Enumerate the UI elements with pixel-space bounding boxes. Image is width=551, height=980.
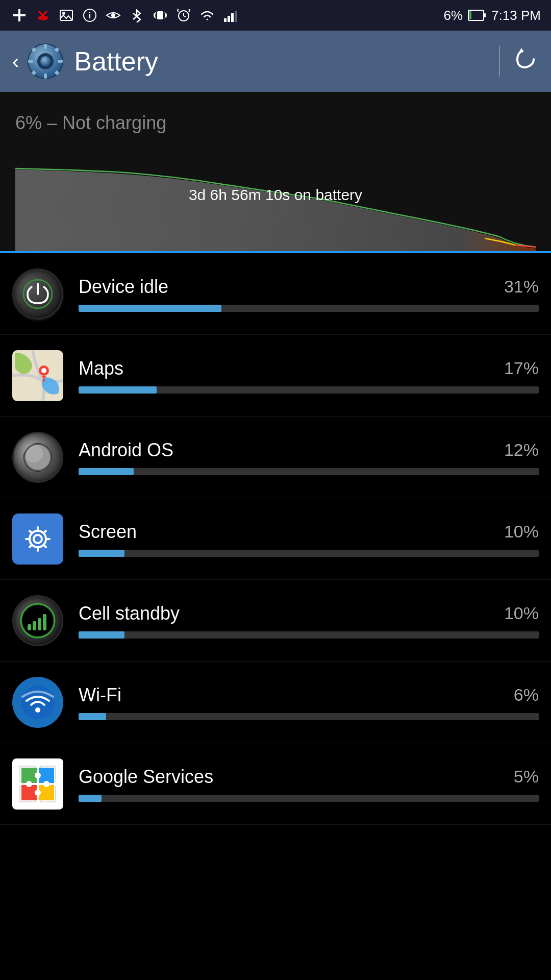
wifi-info: Wi-Fi 6% (79, 684, 539, 720)
maps-header: Maps 17% (79, 358, 539, 379)
list-item[interactable]: Screen 10% (0, 498, 551, 580)
cell-standby-icon (12, 595, 63, 646)
list-item[interactable]: Google Services 5% (0, 743, 551, 825)
wifi-percent: 6% (514, 685, 539, 705)
svg-rect-14 (469, 11, 471, 19)
android-os-icon (12, 432, 63, 483)
list-item[interactable]: Android OS 12% (0, 416, 551, 498)
svg-rect-51 (33, 621, 36, 630)
maps-progress-fill (79, 386, 157, 394)
battery-status-text: 6% – Not charging (15, 102, 536, 139)
device-idle-progress-track (79, 305, 539, 312)
image-icon (57, 6, 76, 24)
svg-point-35 (24, 444, 43, 462)
android-os-progress-track (79, 468, 539, 475)
wifi-header: Wi-Fi 6% (79, 684, 539, 706)
wifi-item-icon (12, 677, 63, 728)
screen-icon (12, 513, 63, 565)
cell-standby-name: Cell standby (79, 603, 180, 624)
back-button[interactable]: ‹ (12, 50, 19, 73)
app-bar: ‹ Battery (0, 31, 551, 92)
battery-chart-section: 6% – Not charging 3d 6h 56m 10s on batte… (0, 92, 551, 251)
wifi-progress-track (79, 713, 539, 720)
svg-rect-10 (228, 16, 230, 22)
maps-icon (12, 350, 63, 401)
svg-rect-19 (44, 44, 47, 49)
list-item[interactable]: Maps 17% (0, 335, 551, 416)
google-services-name: Google Services (79, 766, 213, 788)
screen-progress-fill (79, 550, 124, 557)
list-item[interactable]: Wi-Fi 6% (0, 662, 551, 743)
status-bar: i 6% 7:13 PM (0, 0, 551, 31)
maps-info: Maps 17% (79, 358, 539, 394)
screen-name: Screen (79, 521, 137, 543)
android-os-info: Android OS 12% (79, 439, 539, 475)
svg-point-32 (41, 368, 46, 373)
svg-line-44 (30, 531, 32, 533)
wifi-status-icon (198, 6, 216, 24)
svg-point-60 (35, 790, 41, 796)
list-item[interactable]: Device idle 31% (0, 253, 551, 335)
google-services-icon (12, 758, 63, 810)
google-services-icon-container (12, 758, 63, 810)
header-divider (499, 46, 500, 77)
android-os-icon-container (12, 432, 63, 483)
cell-standby-info: Cell standby 10% (79, 603, 539, 639)
wifi-icon-container (12, 677, 63, 728)
cell-standby-percent: 10% (504, 603, 539, 623)
cell-standby-header: Cell standby 10% (79, 603, 539, 624)
screen-header: Screen 10% (79, 521, 539, 543)
list-item[interactable]: Cell standby 10% (0, 580, 551, 662)
refresh-button[interactable] (512, 46, 539, 77)
status-right: 6% 7:13 PM (444, 8, 541, 23)
maps-progress-track (79, 386, 539, 394)
screen-icon-container (12, 513, 63, 565)
svg-line-47 (44, 531, 46, 533)
page-title: Battery (74, 46, 499, 77)
device-idle-percent: 31% (504, 277, 539, 297)
missed-call-icon (34, 6, 52, 24)
maps-icon-container (12, 350, 63, 401)
battery-icon (468, 8, 486, 22)
svg-rect-9 (224, 18, 227, 22)
info-icon: i (81, 6, 99, 24)
signal-icon (221, 6, 240, 24)
screen-percent: 10% (504, 522, 539, 542)
add-icon (10, 6, 29, 24)
svg-rect-15 (484, 13, 486, 17)
device-idle-header: Device idle 31% (79, 276, 539, 298)
svg-rect-53 (43, 614, 46, 630)
svg-line-45 (44, 545, 46, 547)
cell-standby-icon-container (12, 595, 63, 646)
svg-point-18 (40, 56, 51, 66)
device-idle-name: Device idle (79, 276, 168, 298)
google-services-progress-fill (79, 795, 102, 802)
svg-rect-20 (44, 74, 47, 79)
maps-name: Maps (79, 358, 123, 379)
android-os-progress-fill (79, 468, 134, 475)
screen-progress-track (79, 550, 539, 557)
svg-point-6 (111, 13, 115, 17)
svg-rect-50 (28, 624, 31, 630)
svg-point-59 (43, 781, 49, 787)
chart-duration-label: 3d 6h 56m 10s on battery (189, 186, 362, 204)
status-icons-left: i (10, 6, 240, 24)
svg-rect-22 (58, 60, 63, 63)
google-services-percent: 5% (514, 767, 539, 787)
svg-rect-12 (235, 11, 237, 22)
wifi-name: Wi-Fi (79, 684, 121, 706)
device-idle-info: Device idle 31% (79, 276, 539, 312)
maps-percent: 17% (504, 358, 539, 378)
svg-rect-52 (38, 618, 41, 630)
android-os-name: Android OS (79, 439, 173, 461)
svg-point-57 (35, 772, 41, 778)
screen-info: Screen 10% (79, 521, 539, 557)
svg-rect-21 (28, 60, 33, 63)
vibrate-icon (151, 6, 169, 24)
android-os-percent: 12% (504, 440, 539, 460)
svg-point-55 (35, 707, 40, 713)
svg-rect-1 (13, 14, 26, 16)
google-services-progress-track (79, 795, 539, 802)
alarm-icon (174, 6, 193, 24)
svg-line-46 (30, 545, 32, 547)
